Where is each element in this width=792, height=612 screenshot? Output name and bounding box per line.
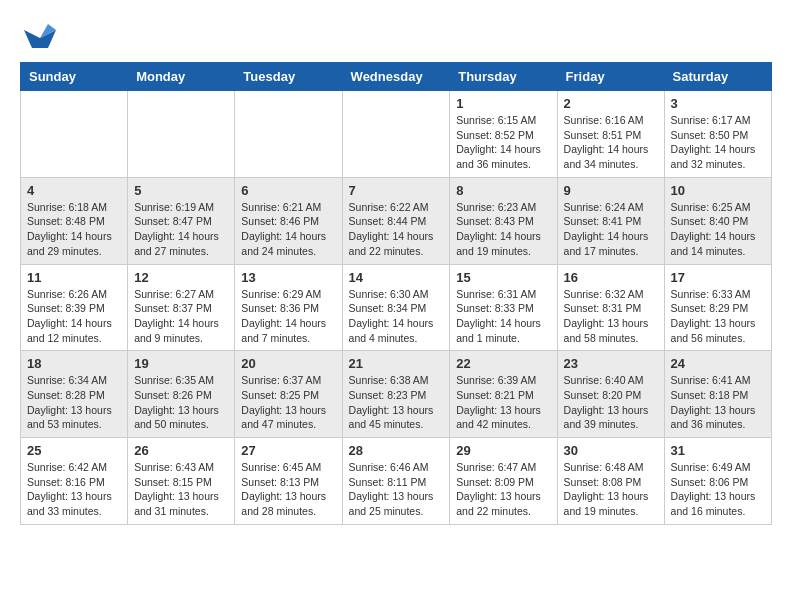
weekday-header-saturday: Saturday — [664, 63, 771, 91]
calendar-empty-cell — [342, 91, 450, 178]
svg-marker-0 — [24, 30, 56, 48]
calendar-day-29: 29Sunrise: 6:47 AM Sunset: 8:09 PM Dayli… — [450, 438, 557, 525]
day-info: Sunrise: 6:33 AM Sunset: 8:29 PM Dayligh… — [671, 287, 765, 346]
calendar-day-24: 24Sunrise: 6:41 AM Sunset: 8:18 PM Dayli… — [664, 351, 771, 438]
calendar-day-3: 3Sunrise: 6:17 AM Sunset: 8:50 PM Daylig… — [664, 91, 771, 178]
day-number: 14 — [349, 270, 444, 285]
calendar-day-12: 12Sunrise: 6:27 AM Sunset: 8:37 PM Dayli… — [128, 264, 235, 351]
calendar-day-27: 27Sunrise: 6:45 AM Sunset: 8:13 PM Dayli… — [235, 438, 342, 525]
weekday-header-sunday: Sunday — [21, 63, 128, 91]
day-info: Sunrise: 6:38 AM Sunset: 8:23 PM Dayligh… — [349, 373, 444, 432]
calendar-empty-cell — [21, 91, 128, 178]
day-info: Sunrise: 6:31 AM Sunset: 8:33 PM Dayligh… — [456, 287, 550, 346]
day-info: Sunrise: 6:40 AM Sunset: 8:20 PM Dayligh… — [564, 373, 658, 432]
day-number: 3 — [671, 96, 765, 111]
day-number: 10 — [671, 183, 765, 198]
weekday-header-row: SundayMondayTuesdayWednesdayThursdayFrid… — [21, 63, 772, 91]
day-info: Sunrise: 6:24 AM Sunset: 8:41 PM Dayligh… — [564, 200, 658, 259]
calendar-week-row-4: 18Sunrise: 6:34 AM Sunset: 8:28 PM Dayli… — [21, 351, 772, 438]
calendar-day-9: 9Sunrise: 6:24 AM Sunset: 8:41 PM Daylig… — [557, 177, 664, 264]
calendar-day-25: 25Sunrise: 6:42 AM Sunset: 8:16 PM Dayli… — [21, 438, 128, 525]
calendar-day-6: 6Sunrise: 6:21 AM Sunset: 8:46 PM Daylig… — [235, 177, 342, 264]
calendar-day-31: 31Sunrise: 6:49 AM Sunset: 8:06 PM Dayli… — [664, 438, 771, 525]
calendar-table: SundayMondayTuesdayWednesdayThursdayFrid… — [20, 62, 772, 525]
day-number: 7 — [349, 183, 444, 198]
day-info: Sunrise: 6:48 AM Sunset: 8:08 PM Dayligh… — [564, 460, 658, 519]
day-number: 6 — [241, 183, 335, 198]
calendar-week-row-2: 4Sunrise: 6:18 AM Sunset: 8:48 PM Daylig… — [21, 177, 772, 264]
calendar-week-row-3: 11Sunrise: 6:26 AM Sunset: 8:39 PM Dayli… — [21, 264, 772, 351]
calendar-day-13: 13Sunrise: 6:29 AM Sunset: 8:36 PM Dayli… — [235, 264, 342, 351]
day-number: 26 — [134, 443, 228, 458]
calendar-day-8: 8Sunrise: 6:23 AM Sunset: 8:43 PM Daylig… — [450, 177, 557, 264]
day-number: 20 — [241, 356, 335, 371]
day-number: 24 — [671, 356, 765, 371]
calendar-day-17: 17Sunrise: 6:33 AM Sunset: 8:29 PM Dayli… — [664, 264, 771, 351]
day-number: 30 — [564, 443, 658, 458]
day-info: Sunrise: 6:22 AM Sunset: 8:44 PM Dayligh… — [349, 200, 444, 259]
day-info: Sunrise: 6:17 AM Sunset: 8:50 PM Dayligh… — [671, 113, 765, 172]
day-number: 16 — [564, 270, 658, 285]
day-info: Sunrise: 6:43 AM Sunset: 8:15 PM Dayligh… — [134, 460, 228, 519]
calendar-day-5: 5Sunrise: 6:19 AM Sunset: 8:47 PM Daylig… — [128, 177, 235, 264]
calendar-week-row-1: 1Sunrise: 6:15 AM Sunset: 8:52 PM Daylig… — [21, 91, 772, 178]
day-number: 11 — [27, 270, 121, 285]
calendar-day-10: 10Sunrise: 6:25 AM Sunset: 8:40 PM Dayli… — [664, 177, 771, 264]
calendar-day-1: 1Sunrise: 6:15 AM Sunset: 8:52 PM Daylig… — [450, 91, 557, 178]
day-info: Sunrise: 6:21 AM Sunset: 8:46 PM Dayligh… — [241, 200, 335, 259]
logo-icon — [24, 20, 56, 52]
day-number: 21 — [349, 356, 444, 371]
weekday-header-monday: Monday — [128, 63, 235, 91]
calendar-day-21: 21Sunrise: 6:38 AM Sunset: 8:23 PM Dayli… — [342, 351, 450, 438]
calendar-empty-cell — [235, 91, 342, 178]
day-info: Sunrise: 6:47 AM Sunset: 8:09 PM Dayligh… — [456, 460, 550, 519]
calendar-day-19: 19Sunrise: 6:35 AM Sunset: 8:26 PM Dayli… — [128, 351, 235, 438]
calendar-day-28: 28Sunrise: 6:46 AM Sunset: 8:11 PM Dayli… — [342, 438, 450, 525]
day-info: Sunrise: 6:29 AM Sunset: 8:36 PM Dayligh… — [241, 287, 335, 346]
day-number: 13 — [241, 270, 335, 285]
day-info: Sunrise: 6:41 AM Sunset: 8:18 PM Dayligh… — [671, 373, 765, 432]
calendar-day-16: 16Sunrise: 6:32 AM Sunset: 8:31 PM Dayli… — [557, 264, 664, 351]
day-info: Sunrise: 6:18 AM Sunset: 8:48 PM Dayligh… — [27, 200, 121, 259]
day-number: 4 — [27, 183, 121, 198]
day-number: 15 — [456, 270, 550, 285]
weekday-header-wednesday: Wednesday — [342, 63, 450, 91]
day-info: Sunrise: 6:39 AM Sunset: 8:21 PM Dayligh… — [456, 373, 550, 432]
day-number: 31 — [671, 443, 765, 458]
day-info: Sunrise: 6:34 AM Sunset: 8:28 PM Dayligh… — [27, 373, 121, 432]
day-info: Sunrise: 6:45 AM Sunset: 8:13 PM Dayligh… — [241, 460, 335, 519]
day-number: 1 — [456, 96, 550, 111]
weekday-header-thursday: Thursday — [450, 63, 557, 91]
day-info: Sunrise: 6:27 AM Sunset: 8:37 PM Dayligh… — [134, 287, 228, 346]
day-number: 19 — [134, 356, 228, 371]
day-info: Sunrise: 6:32 AM Sunset: 8:31 PM Dayligh… — [564, 287, 658, 346]
calendar-day-15: 15Sunrise: 6:31 AM Sunset: 8:33 PM Dayli… — [450, 264, 557, 351]
day-info: Sunrise: 6:26 AM Sunset: 8:39 PM Dayligh… — [27, 287, 121, 346]
day-number: 5 — [134, 183, 228, 198]
calendar-day-4: 4Sunrise: 6:18 AM Sunset: 8:48 PM Daylig… — [21, 177, 128, 264]
day-number: 27 — [241, 443, 335, 458]
calendar-day-20: 20Sunrise: 6:37 AM Sunset: 8:25 PM Dayli… — [235, 351, 342, 438]
day-info: Sunrise: 6:49 AM Sunset: 8:06 PM Dayligh… — [671, 460, 765, 519]
day-info: Sunrise: 6:15 AM Sunset: 8:52 PM Dayligh… — [456, 113, 550, 172]
calendar-day-23: 23Sunrise: 6:40 AM Sunset: 8:20 PM Dayli… — [557, 351, 664, 438]
weekday-header-friday: Friday — [557, 63, 664, 91]
day-number: 9 — [564, 183, 658, 198]
calendar-day-7: 7Sunrise: 6:22 AM Sunset: 8:44 PM Daylig… — [342, 177, 450, 264]
day-number: 29 — [456, 443, 550, 458]
day-number: 18 — [27, 356, 121, 371]
day-info: Sunrise: 6:30 AM Sunset: 8:34 PM Dayligh… — [349, 287, 444, 346]
logo — [20, 20, 56, 52]
day-number: 8 — [456, 183, 550, 198]
day-number: 28 — [349, 443, 444, 458]
calendar-day-26: 26Sunrise: 6:43 AM Sunset: 8:15 PM Dayli… — [128, 438, 235, 525]
calendar-empty-cell — [128, 91, 235, 178]
day-number: 22 — [456, 356, 550, 371]
day-number: 23 — [564, 356, 658, 371]
day-number: 2 — [564, 96, 658, 111]
day-number: 17 — [671, 270, 765, 285]
calendar-week-row-5: 25Sunrise: 6:42 AM Sunset: 8:16 PM Dayli… — [21, 438, 772, 525]
day-info: Sunrise: 6:23 AM Sunset: 8:43 PM Dayligh… — [456, 200, 550, 259]
day-number: 12 — [134, 270, 228, 285]
day-number: 25 — [27, 443, 121, 458]
